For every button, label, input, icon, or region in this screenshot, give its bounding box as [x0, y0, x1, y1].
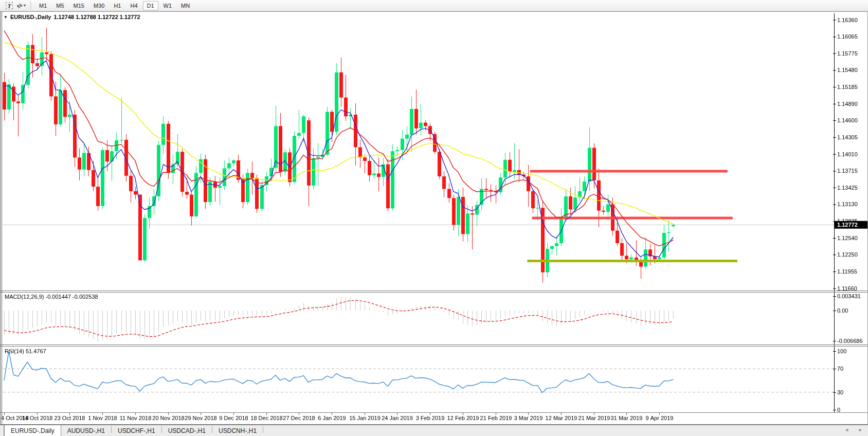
timeframe-m1-button[interactable]: M1: [35, 1, 51, 10]
tab-usdcad-h1[interactable]: USDCAD-,H1: [162, 425, 212, 436]
timeframe-m30-button[interactable]: M30: [89, 1, 109, 10]
tab-scroll-right-icon[interactable]: ►: [858, 427, 863, 432]
timeframe-m5-button[interactable]: M5: [52, 1, 68, 10]
tab-audusd-h1[interactable]: AUDUSD-,H1: [61, 425, 111, 436]
tabbar-stub: [0, 425, 4, 436]
timeframe-h1-button[interactable]: H1: [110, 1, 125, 10]
tile-windows-button[interactable]: ⇆ ▼: [16, 1, 27, 10]
timeframe-d1-button[interactable]: D1: [143, 1, 158, 10]
tab-eurusd-daily[interactable]: EURUSD-,Daily: [4, 425, 61, 436]
chart-tabbar: EURUSD-,Daily AUDUSD-,H1 USDCHF-,H1 USDC…: [0, 425, 868, 436]
chart-window: ▼ EURUSD-,Daily 1.12748 1.12788 1.12722 …: [0, 11, 868, 425]
tab-scroll-arrows: ◄ ►: [844, 427, 863, 432]
text-tool-icon: T: [6, 2, 13, 9]
tab-divider: [263, 426, 263, 433]
terminal-window: T ⇆ ▼ M1 M5 M15 M30 H1 H4 D1 W1 MN ▼ EUR…: [0, 0, 868, 436]
tile-windows-icon: ⇆: [15, 1, 24, 10]
timeframe-h4-button[interactable]: H4: [126, 1, 141, 10]
tab-usdchf-h1[interactable]: USDCHF-,H1: [112, 425, 161, 436]
text-label-tool-button[interactable]: T: [4, 1, 15, 10]
toolbar: T ⇆ ▼ M1 M5 M15 M30 H1 H4 D1 W1 MN: [0, 0, 868, 11]
tab-usdcnh-h1[interactable]: USDCNH-,H1: [212, 425, 263, 436]
timeframe-m15-button[interactable]: M15: [69, 1, 88, 10]
tab-scroll-left-icon[interactable]: ◄: [844, 427, 849, 432]
toolbar-grip: [30, 2, 31, 10]
price-chart-canvas[interactable]: [0, 11, 868, 425]
timeframe-mn-button[interactable]: MN: [177, 1, 194, 10]
timeframe-w1-button[interactable]: W1: [159, 1, 176, 10]
